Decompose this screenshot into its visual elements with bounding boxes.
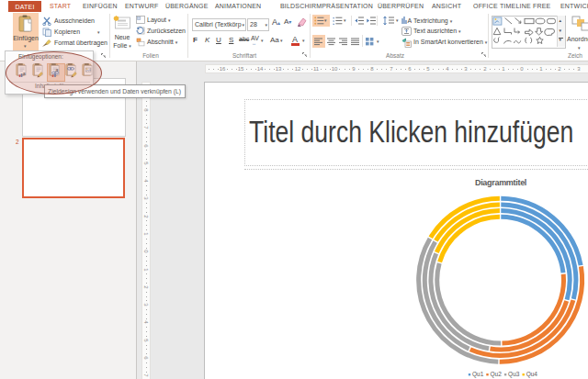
- svg-text:A: A: [408, 17, 413, 24]
- svg-text:Qu2: Qu2: [491, 371, 503, 378]
- svg-text:Qu4: Qu4: [526, 371, 538, 378]
- svg-text:Qu1: Qu1: [472, 371, 484, 378]
- svg-text:Diagrammtitel: Diagrammtitel: [475, 178, 526, 187]
- svg-text:Qu3: Qu3: [508, 371, 520, 378]
